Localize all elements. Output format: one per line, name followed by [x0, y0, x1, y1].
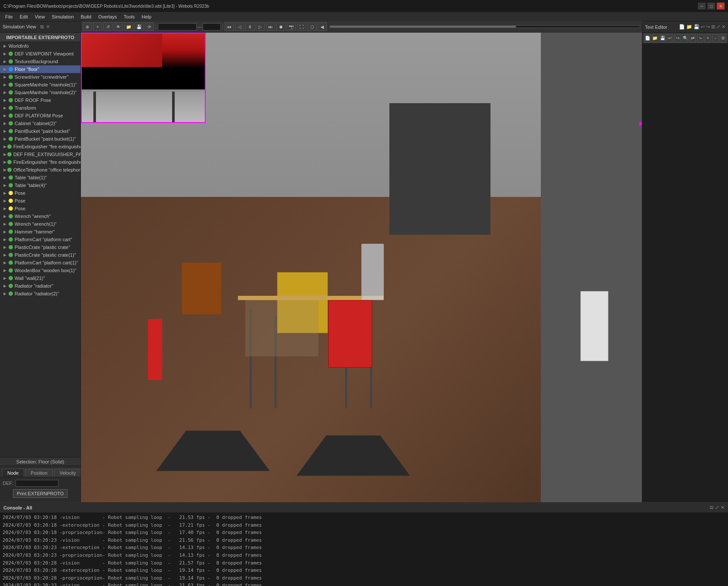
- play-button[interactable]: ▷: [256, 22, 265, 31]
- text-editor-new-icon[interactable]: 📄: [679, 24, 685, 30]
- tree-item[interactable]: ▶FireExtinguisher "fire extinguisher": [0, 143, 80, 150]
- tree-item[interactable]: ▶Pose: [0, 205, 80, 212]
- print-externproto-button[interactable]: Print EXTERNPROTO: [13, 489, 68, 498]
- tree-item[interactable]: ▶PlatformCart "platform cart": [0, 236, 80, 243]
- time-display[interactable]: 0:00:42:368: [158, 23, 197, 31]
- tree-item[interactable]: ▶Transform: [0, 104, 80, 112]
- console-line: 2024/07/03 03:20:23 -vision - Robot samp…: [3, 537, 725, 544]
- sim-view[interactable]: [81, 33, 642, 502]
- tree-item-label: PlatformCart "platform cart": [15, 237, 72, 242]
- te-goto-button[interactable]: ⤷: [697, 34, 704, 43]
- toolbar: ⊕ + ↺ 👁 📁 💾 ⟳ 0:00:42:368 — 0.97x ⏮ ◁ ⏸ …: [81, 21, 642, 33]
- console-minimize-icon[interactable]: ⧉: [710, 505, 713, 510]
- te-save-button[interactable]: 💾: [659, 34, 666, 43]
- text-editor-save-icon[interactable]: 💾: [694, 24, 700, 30]
- speed-display[interactable]: 0.97x: [203, 23, 221, 31]
- tree-item[interactable]: ▶Wrench "wrench(1)": [0, 220, 80, 228]
- reload-button[interactable]: ↺: [103, 22, 113, 31]
- te-undo-button[interactable]: ↩: [667, 34, 674, 43]
- new-button[interactable]: ⊕: [83, 22, 92, 31]
- tab-node[interactable]: Node: [2, 469, 24, 477]
- menu-file[interactable]: File: [2, 13, 16, 20]
- tree-item[interactable]: ▶DEF PLATFORM Pose: [0, 112, 80, 120]
- te-search-button[interactable]: 🔍: [682, 34, 689, 43]
- sim-view-close-icon[interactable]: ✕: [46, 24, 50, 29]
- scene-tree[interactable]: ▶WorldInfo▶DEF VIEWPOINT Viewpoint▶Textu…: [0, 42, 80, 457]
- menu-help[interactable]: Help: [138, 13, 155, 20]
- te-zoom-in-button[interactable]: +: [704, 34, 711, 43]
- tab-position[interactable]: Position: [25, 469, 53, 477]
- tree-item[interactable]: ▶WoodenBox "wooden box(1)": [0, 267, 80, 274]
- console-expand-icon[interactable]: ⤢: [715, 505, 719, 510]
- text-editor-maximize-icon[interactable]: ⤢: [716, 24, 720, 30]
- tree-item[interactable]: ▶PaintBucket "paint bucket(1)": [0, 135, 80, 143]
- te-replace-button[interactable]: ⇄: [689, 34, 696, 43]
- maximize-button[interactable]: □: [707, 3, 715, 9]
- tree-item[interactable]: ▶DEF ROOF Pose: [0, 96, 80, 104]
- menu-tools[interactable]: Tools: [120, 13, 139, 20]
- tree-item[interactable]: ▶SquareManhole "manhole(1)": [0, 81, 80, 89]
- tree-item[interactable]: ▶PlasticCrate "plastic crate": [0, 243, 80, 251]
- text-editor-open-icon[interactable]: 📁: [686, 24, 692, 30]
- fast-forward-button[interactable]: ⏭: [266, 22, 275, 31]
- wall-right: [541, 33, 642, 502]
- tree-item[interactable]: ▶Wall "wall(21)": [0, 274, 80, 282]
- progress-bar[interactable]: [330, 25, 640, 28]
- add-button[interactable]: +: [93, 22, 102, 31]
- te-zoom-out-button[interactable]: -: [712, 34, 719, 43]
- te-settings-button[interactable]: ⚙: [719, 34, 726, 43]
- console-close-icon[interactable]: ✕: [721, 505, 725, 510]
- tree-item[interactable]: ▶Table "table(1)": [0, 174, 80, 181]
- sim-view-pin-icon[interactable]: ⊞: [40, 24, 44, 29]
- tree-item[interactable]: ▶Radiator "radiator(2)": [0, 290, 80, 298]
- back-button[interactable]: ◀: [318, 22, 327, 31]
- rewind-button[interactable]: ⏮: [225, 22, 234, 31]
- minimize-button[interactable]: ─: [698, 3, 706, 9]
- tree-item[interactable]: ▶Hammer "hammer": [0, 228, 80, 236]
- tree-item[interactable]: ▶SquareManhole "manhole(2)": [0, 89, 80, 96]
- text-editor-content: [642, 44, 728, 502]
- menu-view[interactable]: View: [31, 13, 49, 20]
- tree-item[interactable]: ▶PlasticCrate "plastic crate(1)": [0, 251, 80, 259]
- tree-item[interactable]: ▶Wrench "wrench": [0, 212, 80, 220]
- pause-button[interactable]: ⏸: [245, 22, 255, 31]
- menu-edit[interactable]: Edit: [16, 13, 31, 20]
- menu-simulation[interactable]: Simulation: [48, 13, 77, 20]
- tree-item[interactable]: ▶Screwdriver "screwdriver": [0, 73, 80, 81]
- tree-item[interactable]: ▶Cabinet "cabinet(2)": [0, 120, 80, 127]
- menu-overlays[interactable]: Overlays: [95, 13, 120, 20]
- share-button[interactable]: ⬡: [307, 22, 317, 31]
- tree-item[interactable]: ▶DEF FIRE_EXTINGUISHER_PANEL Pose: [0, 150, 80, 158]
- te-open-button[interactable]: 📁: [652, 34, 659, 43]
- fullscreen-button[interactable]: ⛶: [297, 22, 306, 31]
- tree-item[interactable]: ▶Pose: [0, 189, 80, 197]
- tree-item[interactable]: ▶Table "table(4)": [0, 181, 80, 189]
- tree-item[interactable]: ▶WorldInfo: [0, 42, 80, 50]
- visibility-button[interactable]: 👁: [114, 22, 123, 31]
- tree-item[interactable]: ▶TexturedBackground: [0, 58, 80, 65]
- tree-item[interactable]: ▶Pose: [0, 197, 80, 205]
- tree-item[interactable]: ▶PlatformCart "platform cart(1)": [0, 259, 80, 267]
- screenshot-button[interactable]: 📷: [287, 22, 296, 31]
- def-input[interactable]: [15, 480, 59, 487]
- tree-item[interactable]: ▶Floor "floor": [0, 65, 80, 73]
- te-new-button[interactable]: 📄: [644, 34, 651, 43]
- close-button[interactable]: ✕: [717, 3, 725, 9]
- tree-item[interactable]: ▶PaintBucket "paint bucket": [0, 127, 80, 135]
- tree-item[interactable]: ▶FireExtinguisher "fire extinguisher(2)": [0, 158, 80, 166]
- open-button[interactable]: 📁: [124, 22, 133, 31]
- menu-build[interactable]: Build: [77, 13, 95, 20]
- tab-velocity[interactable]: Velocity: [54, 469, 81, 477]
- tree-item[interactable]: ▶OfficeTelephone "office telephone": [0, 166, 80, 174]
- step-back-button[interactable]: ◁: [235, 22, 244, 31]
- record-button[interactable]: ⏺: [276, 22, 286, 31]
- text-editor-redo-icon[interactable]: ↪: [706, 24, 710, 30]
- save-button[interactable]: 💾: [134, 22, 144, 31]
- text-editor-close-icon[interactable]: ✕: [722, 24, 725, 30]
- te-redo-button[interactable]: ↪: [674, 34, 681, 43]
- tree-item[interactable]: ▶DEF VIEWPOINT Viewpoint: [0, 50, 80, 58]
- text-editor-pin-icon[interactable]: ⊞: [711, 24, 715, 30]
- text-editor-undo-icon[interactable]: ↩: [701, 24, 705, 30]
- refresh-button[interactable]: ⟳: [145, 22, 154, 31]
- tree-item[interactable]: ▶Radiator "radiator": [0, 282, 80, 290]
